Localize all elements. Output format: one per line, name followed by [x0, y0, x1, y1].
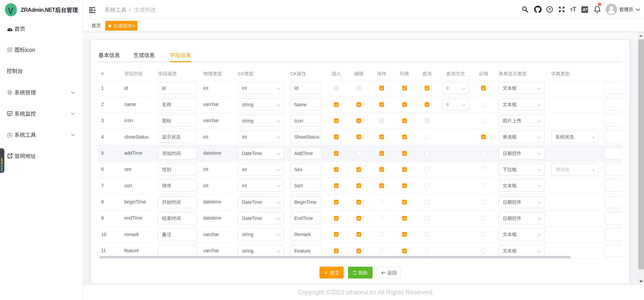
svg-text:V: V	[8, 6, 13, 15]
svg-text:A: A	[583, 7, 586, 12]
svg-text:?: ?	[548, 7, 551, 11]
